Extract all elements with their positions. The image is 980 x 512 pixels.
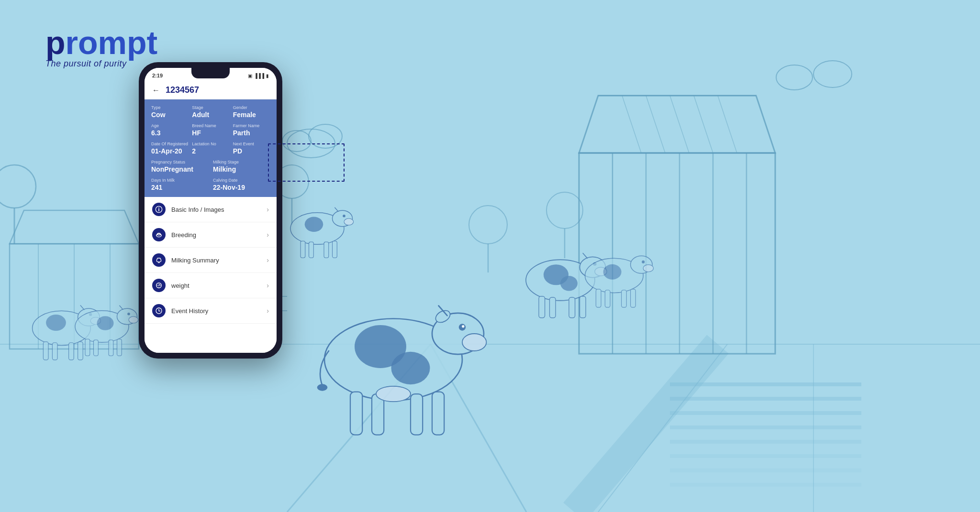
svg-point-110	[333, 210, 353, 227]
svg-point-70	[78, 308, 100, 326]
svg-point-69	[46, 315, 66, 331]
svg-rect-75	[52, 343, 57, 360]
menu-item-basic-info[interactable]: Basic Info / Images ›	[145, 197, 277, 222]
svg-rect-104	[596, 289, 601, 307]
field-pregnancy: Pregnancy Status NonPregnant	[151, 160, 208, 173]
svg-point-92	[595, 267, 607, 276]
stage-value: Adult	[192, 111, 229, 119]
svg-point-100	[603, 264, 622, 280]
field-stage: Stage Adult	[192, 105, 229, 119]
stage-label: Stage	[192, 105, 229, 110]
svg-point-68	[33, 311, 91, 345]
pregnancy-label: Pregnancy Status	[151, 160, 208, 164]
back-button[interactable]: ←	[152, 86, 160, 95]
animal-id: 1234567	[166, 85, 199, 95]
svg-rect-77	[78, 342, 83, 360]
phone-notch	[191, 68, 230, 78]
field-farmer: Farmer Name Parth	[233, 123, 270, 137]
svg-point-108	[290, 213, 344, 245]
svg-line-21	[718, 96, 737, 153]
svg-rect-15	[579, 153, 775, 354]
svg-rect-87	[117, 339, 122, 356]
svg-line-2	[431, 344, 526, 512]
svg-line-4	[598, 344, 727, 512]
menu-item-event-history[interactable]: Event History ›	[145, 298, 277, 324]
svg-rect-74	[43, 342, 48, 360]
svg-point-81	[129, 316, 138, 323]
status-icons: ▣ ▐▐▐ ▮	[248, 73, 269, 78]
svg-rect-62	[350, 392, 362, 435]
svg-rect-63	[372, 394, 384, 435]
svg-point-82	[127, 313, 130, 316]
logo-p: p	[45, 26, 66, 59]
logo-area: p rompt The pursuit of purity	[45, 26, 157, 69]
gender-label: Gender	[233, 105, 270, 110]
phone-frame: 2:19 ▣ ▐▐▐ ▮ ← 1234567 Type Cow	[139, 62, 282, 359]
svg-rect-84	[85, 339, 90, 356]
svg-rect-28	[10, 244, 139, 349]
signal-icon: ▐▐▐	[254, 73, 264, 78]
age-label: Age	[151, 123, 188, 128]
svg-point-102	[643, 265, 653, 272]
battery-icon: ▮	[266, 73, 269, 78]
chevron-icon-breeding: ›	[267, 231, 269, 239]
menu-item-weight[interactable]: weight ›	[145, 273, 277, 298]
chevron-icon-milking: ›	[267, 256, 269, 264]
svg-rect-107	[631, 289, 636, 307]
svg-line-18	[646, 96, 665, 153]
svg-line-17	[622, 96, 641, 153]
gender-value: Female	[233, 111, 270, 119]
info-row-5: Days In Milk 241 Calving Date 22-Nov-19	[151, 178, 270, 191]
svg-point-90	[560, 276, 578, 291]
menu-label-event-history: Event History	[171, 307, 267, 315]
svg-rect-13	[670, 483, 861, 487]
svg-rect-96	[550, 297, 556, 318]
info-row-2: Age 6.3 Breed Name HF Farmer Name Parth	[151, 123, 270, 137]
svg-rect-98	[580, 296, 586, 318]
menu-label-breeding: Breeding	[171, 231, 267, 239]
svg-rect-9	[670, 425, 861, 429]
svg-point-71	[90, 317, 100, 325]
svg-point-80	[117, 308, 137, 325]
svg-line-113	[335, 207, 338, 211]
farmer-value: Parth	[233, 129, 270, 137]
event-history-icon	[152, 304, 166, 317]
weight-icon	[152, 279, 166, 292]
svg-point-101	[631, 256, 653, 273]
field-days-in-milk: Days In Milk 241	[151, 178, 208, 191]
milking-stage-label: Milking Stage	[213, 160, 270, 164]
field-milking-stage: Milking Stage Milking	[213, 160, 270, 173]
breeding-icon	[152, 228, 166, 241]
menu-list: Basic Info / Images › Breeding ›	[145, 197, 277, 353]
svg-point-103	[642, 261, 645, 263]
phone-screen: 2:19 ▣ ▐▐▐ ▮ ← 1234567 Type Cow	[145, 68, 277, 353]
svg-rect-86	[109, 340, 113, 356]
svg-point-53	[324, 319, 462, 401]
chevron-icon-event-history: ›	[267, 307, 269, 315]
svg-line-19	[670, 96, 689, 153]
svg-rect-95	[539, 296, 545, 318]
svg-point-91	[580, 257, 606, 277]
svg-point-56	[432, 313, 484, 354]
svg-point-79	[97, 316, 114, 330]
calving-label: Calving Date	[213, 178, 270, 183]
milking-icon	[152, 253, 166, 267]
svg-point-43	[287, 129, 335, 158]
dim-value: 241	[151, 184, 208, 191]
svg-rect-8	[670, 411, 861, 415]
svg-rect-116	[324, 242, 329, 258]
calving-value: 22-Nov-19	[213, 184, 270, 191]
menu-item-breeding[interactable]: Breeding ›	[145, 222, 277, 248]
svg-line-3	[574, 344, 718, 512]
svg-rect-105	[605, 290, 610, 307]
menu-item-milking[interactable]: Milking Summary ›	[145, 248, 277, 273]
svg-point-111	[344, 218, 354, 225]
svg-rect-85	[94, 340, 99, 356]
logo-rompt: rompt	[66, 26, 158, 59]
svg-point-93	[593, 262, 596, 266]
svg-rect-7	[670, 397, 861, 401]
app-header: ← 1234567	[145, 81, 277, 99]
svg-rect-115	[309, 242, 314, 258]
status-time: 2:19	[152, 73, 163, 78]
date-reg-label: Date Of Registered	[151, 142, 188, 146]
